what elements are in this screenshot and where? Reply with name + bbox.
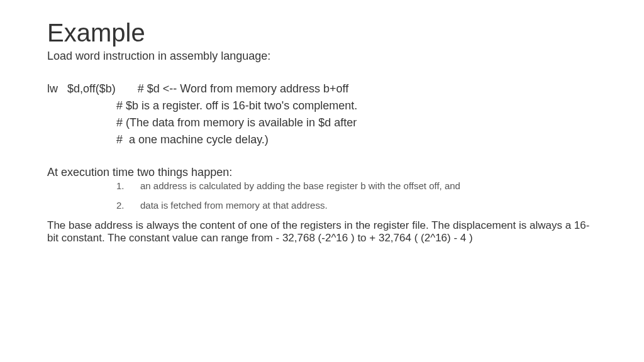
code-line-3: # (The data from memory is available in … bbox=[47, 114, 597, 131]
code-line-1: lw $d,off($b) # $d <-- Word from memory … bbox=[47, 80, 597, 97]
list-text: an address is calculated by adding the b… bbox=[140, 180, 460, 191]
section-heading: At execution time two things happen: bbox=[47, 166, 597, 179]
code-line-4: # a one machine cycle delay.) bbox=[47, 131, 597, 148]
list-item: 1. an address is calculated by adding th… bbox=[116, 180, 597, 191]
slide-title: Example bbox=[47, 19, 597, 47]
slide-subtitle: Load word instruction in assembly langua… bbox=[47, 50, 597, 63]
code-line-2: # $b is a register. off is 16-bit two's … bbox=[47, 97, 597, 114]
body-paragraph: The base address is always the content o… bbox=[47, 219, 597, 245]
list-item: 2. data is fetched from memory at that a… bbox=[116, 200, 597, 211]
ordered-list: 1. an address is calculated by adding th… bbox=[47, 180, 597, 211]
list-text: data is fetched from memory at that addr… bbox=[140, 200, 328, 211]
list-number: 1. bbox=[116, 180, 140, 191]
list-number: 2. bbox=[116, 200, 140, 211]
